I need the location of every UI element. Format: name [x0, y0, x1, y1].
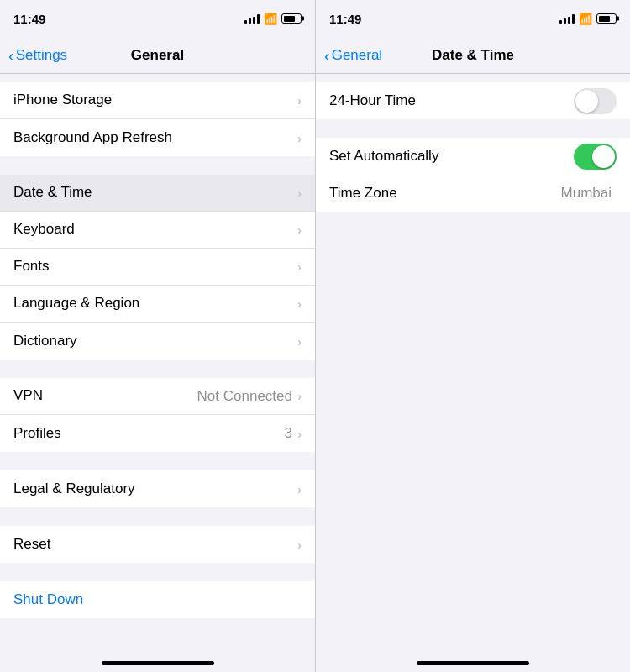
section-legal: Legal & Regulatory › — [0, 470, 315, 507]
list-item-keyboard[interactable]: Keyboard › — [0, 212, 315, 249]
chevron-right-icon: › — [297, 538, 302, 552]
chevron-right-icon: › — [297, 334, 302, 349]
right-panel: 11:49 📶 ‹ General Date & Time 24- — [315, 0, 630, 672]
list-item-time-zone[interactable]: Time Zone Mumbai — [316, 175, 630, 212]
right-home-indicator — [316, 643, 630, 672]
chevron-right-icon: › — [297, 389, 302, 403]
time-zone-label: Time Zone — [329, 184, 561, 202]
signal-icon — [559, 13, 575, 24]
list-item-language-region[interactable]: Language & Region › — [0, 286, 315, 323]
right-back-label: General — [332, 47, 382, 64]
vpn-value: Not Connected — [197, 388, 292, 405]
battery-icon — [596, 13, 617, 24]
toggle-knob — [592, 145, 615, 168]
right-status-icons: 📶 — [559, 13, 617, 25]
chevron-right-icon: › — [297, 482, 302, 496]
list-item-legal-regulatory[interactable]: Legal & Regulatory › — [0, 470, 315, 507]
time-zone-value: Mumbai — [561, 185, 612, 202]
left-home-indicator — [0, 643, 315, 672]
set-automatically-label: Set Automatically — [329, 147, 574, 165]
wifi-icon: 📶 — [264, 13, 277, 25]
list-item-24-hour-time[interactable]: 24-Hour Time — [316, 82, 630, 119]
right-nav-title: Date & Time — [432, 47, 514, 64]
list-item-profiles[interactable]: Profiles 3 › — [0, 415, 315, 452]
left-nav-bar: ‹ Settings General — [0, 37, 315, 74]
background-app-refresh-label: Background App Refresh — [13, 129, 297, 147]
iphone-storage-label: iPhone Storage — [13, 91, 297, 109]
right-status-bar: 11:49 📶 — [316, 0, 630, 37]
list-item-dictionary[interactable]: Dictionary › — [0, 323, 315, 360]
back-chevron-icon: ‹ — [324, 47, 330, 64]
home-bar — [102, 661, 214, 665]
signal-icon — [244, 13, 260, 24]
list-item-set-automatically[interactable]: Set Automatically — [316, 138, 630, 175]
list-item-vpn[interactable]: VPN Not Connected › — [0, 378, 315, 415]
wifi-icon: 📶 — [579, 13, 592, 25]
set-automatically-toggle[interactable] — [574, 144, 617, 170]
left-settings-content: iPhone Storage › Background App Refresh … — [0, 74, 315, 643]
section-reset: Reset › — [0, 526, 315, 563]
list-item-reset[interactable]: Reset › — [0, 526, 315, 563]
chevron-right-icon: › — [297, 93, 302, 108]
right-nav-bar: ‹ General Date & Time — [316, 37, 630, 74]
list-item-iphone-storage[interactable]: iPhone Storage › — [0, 82, 315, 119]
section-set-automatically: Set Automatically — [316, 138, 630, 175]
chevron-right-icon: › — [297, 427, 302, 441]
list-item-fonts[interactable]: Fonts › — [0, 249, 315, 286]
section-vpn: VPN Not Connected › Profiles 3 › — [0, 378, 315, 452]
dictionary-label: Dictionary — [13, 332, 297, 350]
fonts-label: Fonts — [13, 257, 297, 276]
vpn-label: VPN — [13, 386, 197, 405]
legal-regulatory-label: Legal & Regulatory — [13, 480, 297, 498]
section-time-zone: Time Zone Mumbai — [316, 175, 630, 212]
24-hour-time-toggle[interactable] — [574, 88, 617, 114]
profiles-label: Profiles — [13, 424, 285, 443]
section-iphone-storage: iPhone Storage › Background App Refresh … — [0, 82, 315, 156]
back-chevron-icon: ‹ — [8, 47, 14, 64]
left-status-icons: 📶 — [244, 13, 302, 25]
left-time: 11:49 — [13, 12, 45, 26]
left-status-bar: 11:49 📶 — [0, 0, 315, 37]
language-region-label: Language & Region — [13, 294, 297, 312]
home-bar — [417, 661, 529, 665]
24-hour-time-label: 24-Hour Time — [329, 92, 574, 110]
list-item-background-app-refresh[interactable]: Background App Refresh › — [0, 119, 315, 156]
chevron-right-icon: › — [297, 297, 302, 311]
toggle-knob — [575, 90, 598, 113]
list-item-date-time[interactable]: Date & Time › — [0, 175, 315, 212]
battery-icon — [281, 13, 302, 24]
section-shutdown: Shut Down — [0, 581, 315, 618]
section-datetime: Date & Time › Keyboard › Fonts › Languag… — [0, 175, 315, 360]
right-time: 11:49 — [329, 12, 361, 26]
right-settings-content: 24-Hour Time Set Automatically Time Zone… — [316, 74, 630, 643]
list-item-shut-down[interactable]: Shut Down — [0, 581, 315, 618]
left-nav-title: General — [131, 47, 184, 64]
left-panel: 11:49 📶 ‹ Settings General iPhone — [0, 0, 315, 672]
reset-label: Reset — [13, 535, 297, 554]
shut-down-label: Shut Down — [13, 591, 302, 609]
left-back-label: Settings — [16, 47, 67, 64]
right-back-button[interactable]: ‹ General — [324, 47, 382, 64]
profiles-value: 3 — [285, 425, 292, 442]
chevron-right-icon: › — [297, 186, 302, 200]
date-time-label: Date & Time — [13, 183, 297, 202]
keyboard-label: Keyboard — [13, 220, 297, 239]
section-24-hour: 24-Hour Time — [316, 82, 630, 119]
chevron-right-icon: › — [297, 223, 302, 237]
chevron-right-icon: › — [297, 131, 302, 145]
chevron-right-icon: › — [297, 260, 302, 274]
left-back-button[interactable]: ‹ Settings — [8, 47, 67, 64]
